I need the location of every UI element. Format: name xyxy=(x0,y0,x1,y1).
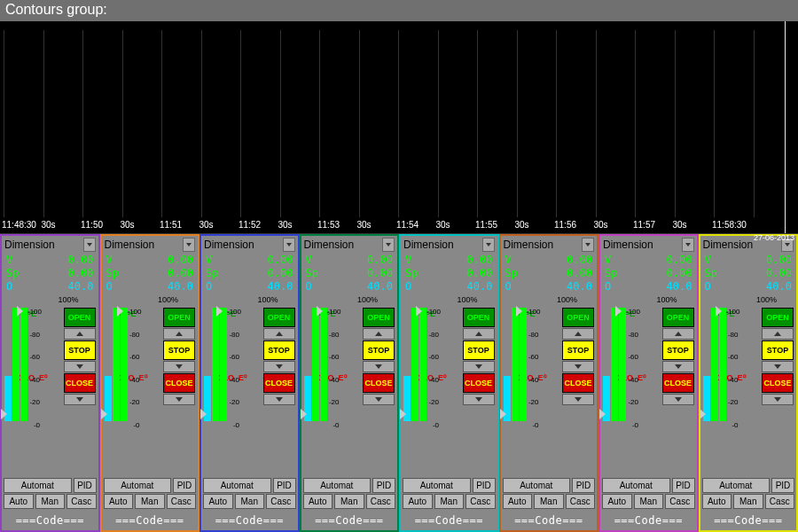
casc-button[interactable]: Casc xyxy=(66,494,97,509)
pid-button[interactable]: PID xyxy=(473,478,496,493)
man-button[interactable]: Man xyxy=(235,494,265,509)
auto-button[interactable]: Auto xyxy=(503,494,533,509)
auto-button[interactable]: Auto xyxy=(602,494,632,509)
stop-button[interactable]: STOP xyxy=(662,340,694,360)
increment-button[interactable] xyxy=(463,328,495,340)
close-button[interactable]: CLOSE xyxy=(64,373,96,393)
stop-button[interactable]: STOP xyxy=(762,340,794,360)
pid-button[interactable]: PID xyxy=(273,478,296,493)
meter-output[interactable] xyxy=(504,308,511,421)
meter-value[interactable] xyxy=(711,308,718,421)
meter-sp[interactable] xyxy=(619,308,626,421)
open-button[interactable]: OPEN xyxy=(263,308,295,327)
increment-button[interactable] xyxy=(263,328,295,340)
meter-output[interactable] xyxy=(703,308,710,421)
man-button[interactable]: Man xyxy=(135,494,165,509)
decrement2-button[interactable] xyxy=(263,394,295,405)
stop-button[interactable]: STOP xyxy=(263,340,295,360)
panel-menu-button[interactable] xyxy=(83,238,96,252)
meter-output[interactable] xyxy=(204,308,211,421)
decrement-button[interactable] xyxy=(662,361,694,372)
meter-sp[interactable] xyxy=(220,308,227,421)
decrement-button[interactable] xyxy=(64,361,96,372)
increment-button[interactable] xyxy=(363,328,395,340)
increment-button[interactable] xyxy=(562,328,594,340)
close-button[interactable]: CLOSE xyxy=(762,373,794,393)
increment-button[interactable] xyxy=(762,328,794,340)
decrement2-button[interactable] xyxy=(64,394,96,405)
auto-button[interactable]: Auto xyxy=(303,494,333,509)
increment-button[interactable] xyxy=(662,328,694,340)
decrement-button[interactable] xyxy=(263,361,295,372)
meter-output[interactable] xyxy=(603,308,610,421)
auto-button[interactable]: Auto xyxy=(104,494,134,509)
man-button[interactable]: Man xyxy=(534,494,564,509)
open-button[interactable]: OPEN xyxy=(163,308,195,327)
pid-button[interactable]: PID xyxy=(672,478,695,493)
close-button[interactable]: CLOSE xyxy=(562,373,594,393)
pid-button[interactable]: PID xyxy=(771,478,794,493)
casc-button[interactable]: Casc xyxy=(466,494,496,509)
stop-button[interactable]: STOP xyxy=(562,340,594,360)
panel-menu-button[interactable] xyxy=(682,238,694,252)
decrement2-button[interactable] xyxy=(562,394,594,405)
open-button[interactable]: OPEN xyxy=(64,308,96,327)
decrement2-button[interactable] xyxy=(662,394,694,405)
auto-button[interactable]: Auto xyxy=(203,494,233,509)
open-button[interactable]: OPEN xyxy=(662,308,694,327)
decrement-button[interactable] xyxy=(762,361,794,372)
meter-value[interactable] xyxy=(312,308,319,421)
meter-sp[interactable] xyxy=(320,308,327,421)
decrement-button[interactable] xyxy=(562,361,594,372)
stop-button[interactable]: STOP xyxy=(163,340,195,360)
meter-value[interactable] xyxy=(512,308,519,421)
man-button[interactable]: Man xyxy=(634,494,664,509)
decrement2-button[interactable] xyxy=(762,394,794,405)
automat-button[interactable]: Automat xyxy=(203,478,271,493)
casc-button[interactable]: Casc xyxy=(566,494,596,509)
panel-menu-button[interactable] xyxy=(582,238,594,252)
stop-button[interactable]: STOP xyxy=(463,340,495,360)
open-button[interactable]: OPEN xyxy=(363,308,395,327)
meter-output[interactable] xyxy=(4,308,12,421)
panel-menu-button[interactable] xyxy=(482,238,495,252)
meter-sp[interactable] xyxy=(520,308,527,421)
meter-value[interactable] xyxy=(411,308,419,421)
trend-graph[interactable]: 11:48:3030s11:5030s11:5130s11:5230s11:53… xyxy=(0,21,798,234)
stop-button[interactable]: STOP xyxy=(64,340,96,360)
automat-button[interactable]: Automat xyxy=(602,478,670,493)
man-button[interactable]: Man xyxy=(733,494,763,509)
man-button[interactable]: Man xyxy=(334,494,364,509)
automat-button[interactable]: Automat xyxy=(4,478,72,493)
auto-button[interactable]: Auto xyxy=(702,494,732,509)
meter-value[interactable] xyxy=(113,308,120,421)
decrement2-button[interactable] xyxy=(463,394,495,405)
meter-output[interactable] xyxy=(105,308,112,421)
meter-sp[interactable] xyxy=(121,308,128,421)
automat-button[interactable]: Automat xyxy=(702,478,771,493)
automat-button[interactable]: Automat xyxy=(403,478,471,493)
meter-output[interactable] xyxy=(304,308,311,421)
pid-button[interactable]: PID xyxy=(572,478,595,493)
casc-button[interactable]: Casc xyxy=(366,494,396,509)
panel-menu-button[interactable] xyxy=(183,238,195,252)
panel-menu-button[interactable] xyxy=(283,238,295,252)
stop-button[interactable]: STOP xyxy=(363,340,395,360)
close-button[interactable]: CLOSE xyxy=(263,373,295,393)
automat-button[interactable]: Automat xyxy=(503,478,571,493)
casc-button[interactable]: Casc xyxy=(765,494,795,509)
automat-button[interactable]: Automat xyxy=(104,478,172,493)
panel-menu-button[interactable] xyxy=(382,238,395,252)
man-button[interactable]: Man xyxy=(434,494,465,509)
pid-button[interactable]: PID xyxy=(372,478,395,493)
casc-button[interactable]: Casc xyxy=(266,494,296,509)
close-button[interactable]: CLOSE xyxy=(163,373,195,393)
meter-value[interactable] xyxy=(212,308,219,421)
close-button[interactable]: CLOSE xyxy=(662,373,694,393)
increment-button[interactable] xyxy=(163,328,195,340)
decrement2-button[interactable] xyxy=(363,394,395,405)
pid-button[interactable]: PID xyxy=(74,478,97,493)
open-button[interactable]: OPEN xyxy=(762,308,794,327)
meter-value[interactable] xyxy=(611,308,618,421)
casc-button[interactable]: Casc xyxy=(167,494,197,509)
